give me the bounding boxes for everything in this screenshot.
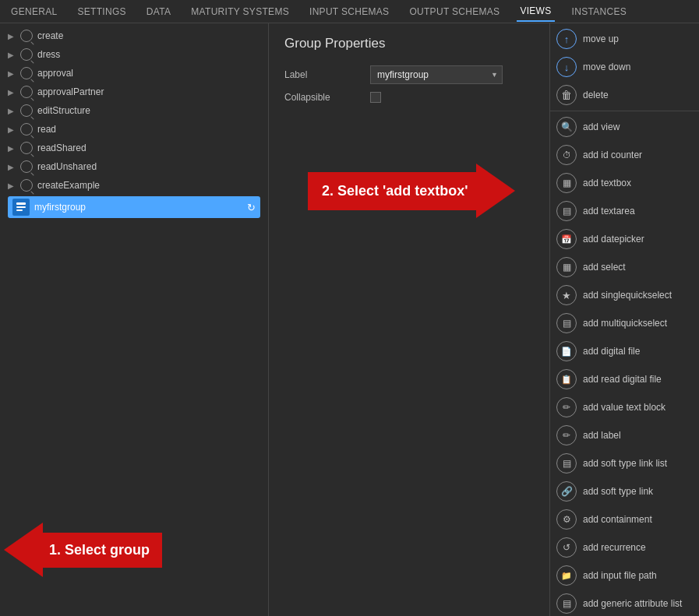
tree-item-approvalpartner[interactable]: ▶ approvalPartner [0,83,268,101]
nav-maturity-systems[interactable]: MATURITY SYSTEMS [188,2,292,21]
tree-item-read[interactable]: ▶ read [0,120,268,139]
group-icon [12,199,30,216]
tree-arrow-dress: ▶ [8,51,16,59]
add-label-icon: ✏ [556,425,577,445]
move-down-icon: ↓ [556,57,577,77]
action-add-read-digital-file-label: add read digital file [583,374,662,385]
action-add-textarea[interactable]: ▤ add textarea [550,197,699,225]
action-move-up[interactable]: ↑ move up [550,25,699,53]
add-singlequickselect-icon: ★ [556,285,577,305]
label-row: Label myfirstgroup [284,65,534,84]
action-add-multiquickselect[interactable]: ▤ add multiquickselect [550,309,699,337]
add-recurrence-icon: ↺ [556,537,577,558]
action-add-select-label: add select [583,262,626,273]
action-add-input-file-path[interactable]: 📁 add input file path [550,561,699,590]
search-icon-create [20,30,33,42]
add-soft-type-link-list-icon: ▤ [556,453,577,473]
tree-label-approval: approval [37,68,73,79]
center-panel: Group Properties Label myfirstgroup Coll… [269,23,549,616]
action-add-id-counter[interactable]: ⏱ add id counter [550,141,699,169]
action-add-textbox[interactable]: ▦ add textbox [550,169,699,197]
add-containment-icon: ⚙ [556,509,577,530]
collapsible-field-label: Collapsible [284,92,370,103]
action-add-read-digital-file[interactable]: 📋 add read digital file [550,365,699,393]
tree-item-editstructure[interactable]: ▶ editStructure [0,101,268,120]
action-add-label-label: add label [583,430,621,441]
action-add-singlequickselect[interactable]: ★ add singlequickselect [550,281,699,309]
action-add-view[interactable]: 🔍 add view [550,113,699,141]
action-add-soft-type-link[interactable]: 🔗 add soft type link [550,477,699,505]
collapsible-row: Collapsible [284,92,534,103]
label-select-wrapper: myfirstgroup [370,65,503,84]
search-icon-readshared [20,142,33,154]
tree-label-dress: dress [37,49,60,60]
tree-arrow-approval: ▶ [8,69,16,78]
add-soft-type-link-icon: 🔗 [556,481,577,502]
action-add-recurrence[interactable]: ↺ add recurrence [550,533,699,561]
right-panel: ↑ move up ↓ move down 🗑 delete 🔍 add vie… [549,23,699,616]
add-value-text-block-icon: ✏ [556,397,577,417]
divider-1 [550,111,699,111]
add-textbox-icon: ▦ [556,173,577,193]
action-add-datepicker[interactable]: 📅 add datepicker [550,225,699,253]
action-add-singlequickselect-label: add singlequickselect [583,290,672,301]
tree-item-createexample[interactable]: ▶ createExample [0,176,268,195]
collapsible-checkbox[interactable] [370,92,381,103]
svg-rect-1 [16,206,26,208]
nav-input-schemas[interactable]: INPUT SCHEMAS [306,2,392,21]
annotation-1-label: 1. Select group [43,533,162,568]
action-move-up-label: move up [583,33,619,44]
search-icon-approval [20,67,33,79]
add-select-icon: ▦ [556,257,577,277]
tree-item-approval[interactable]: ▶ approval [0,64,268,83]
svg-rect-0 [16,202,26,205]
tree-item-create[interactable]: ▶ create [0,26,268,45]
nav-instances[interactable]: INSTANCES [569,2,630,21]
nav-data[interactable]: DATA [143,2,174,21]
selected-group-item[interactable]: myfirstgroup ↻ [8,196,260,218]
add-read-digital-file-icon: 📋 [556,369,577,389]
action-add-multiquickselect-label: add multiquickselect [583,318,667,329]
action-add-generic-attribute-list[interactable]: ▤ add generic attribute list [550,590,699,616]
action-add-label[interactable]: ✏ add label [550,421,699,449]
tree-item-readunshared[interactable]: ▶ readUnshared [0,157,268,176]
top-navigation: GENERAL SETTINGS DATA MATURITY SYSTEMS I… [0,0,699,23]
tree-item-readshared[interactable]: ▶ readShared [0,139,268,157]
tree-label-editstructure: editStructure [37,105,90,116]
annotation-2-label: 2. Select 'add textbox' [308,172,476,210]
tree-arrow-approvalpartner: ▶ [8,88,16,97]
label-select[interactable]: myfirstgroup [370,65,503,84]
nav-output-schemas[interactable]: OUTPUT SCHEMAS [406,2,503,21]
action-add-textbox-label: add textbox [583,178,631,188]
move-up-icon: ↑ [556,29,577,49]
action-add-generic-attribute-list-label: add generic attribute list [583,598,682,609]
action-move-down[interactable]: ↓ move down [550,53,699,81]
annotation-add-textbox: 2. Select 'add textbox' [308,164,515,218]
nav-general[interactable]: GENERAL [8,2,60,21]
search-icon-editstructure [20,104,33,117]
arrow-left-icon [4,523,43,577]
action-add-containment[interactable]: ⚙ add containment [550,505,699,533]
search-icon-approvalpartner [20,86,33,98]
search-icon-createexample [20,179,33,192]
main-layout: ▶ create ▶ dress ▶ approval ▶ approvalPa… [0,23,699,616]
tree-arrow-readunshared: ▶ [8,163,16,171]
label-field-label: Label [284,69,370,80]
action-add-value-text-block[interactable]: ✏ add value text block [550,393,699,421]
tree-label-createexample: createExample [37,180,100,191]
action-add-recurrence-label: add recurrence [583,542,646,553]
action-delete-label: delete [583,90,609,100]
nav-settings[interactable]: SETTINGS [74,2,129,21]
refresh-button[interactable]: ↻ [247,202,256,213]
tree-item-dress[interactable]: ▶ dress [0,45,268,64]
action-add-soft-type-link-list[interactable]: ▤ add soft type link list [550,449,699,477]
arrow-right-icon [476,164,515,218]
tree-arrow-editstructure: ▶ [8,107,16,115]
action-add-select[interactable]: ▦ add select [550,253,699,281]
action-delete[interactable]: 🗑 delete [550,81,699,109]
action-add-value-text-block-label: add value text block [583,402,665,413]
action-add-digital-file[interactable]: 📄 add digital file [550,337,699,365]
nav-views[interactable]: VIEWS [517,2,554,22]
panel-title: Group Properties [284,36,534,51]
action-add-view-label: add view [583,121,620,132]
